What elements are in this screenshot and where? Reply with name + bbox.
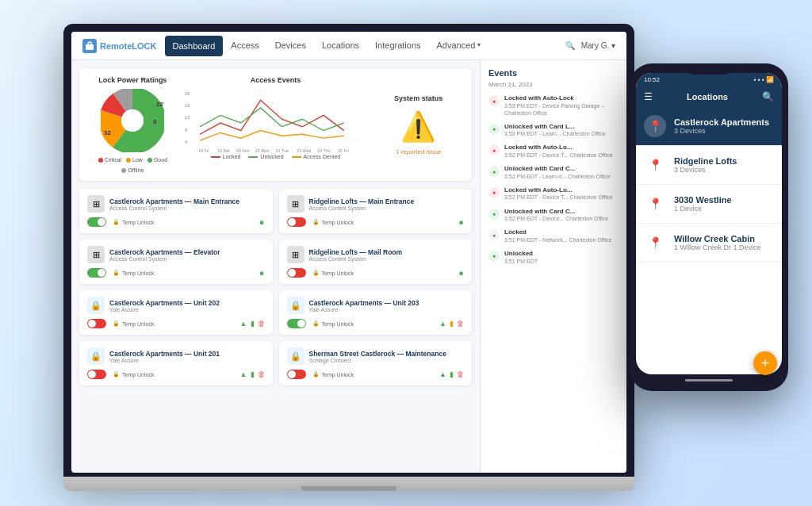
trash-icon: 🗑: [457, 320, 464, 328]
event-item: ● Unlocked 3:51 PM EDT: [488, 250, 619, 265]
nav-tab-integrations[interactable]: Integrations: [367, 32, 428, 60]
phone-location-item[interactable]: 📍 Willow Creek Cabin 1 Willow Creek Dr 1…: [636, 224, 782, 263]
card-header: 🔒 Castlerock Apartments — Unit 203 Yale …: [287, 297, 465, 314]
temp-unlock-btn[interactable]: 🔒 Temp Unlock: [113, 219, 154, 225]
temp-unlock-btn[interactable]: 🔒 Temp Unlock: [113, 320, 154, 327]
event-detail: 3:52 PM EDT - Device... Charleston Offic…: [504, 215, 608, 222]
legend-dot-low: [126, 158, 131, 163]
legend-denied: Access Denied: [292, 154, 341, 159]
phone-fab-button[interactable]: +: [753, 351, 777, 375]
card-device-name: Ridgeline Lofts — Main Entrance: [309, 197, 415, 205]
device-toggle[interactable]: [87, 370, 106, 379]
phone-nav-bar: ☰ Locations 🔍: [636, 86, 782, 107]
temp-unlock-btn[interactable]: 🔒 Temp Unlock: [113, 371, 154, 378]
phone-bezel: 10:52 ▪ ▪ ▪ 📶 ☰ Locations 🔍 📍 Castlerock…: [630, 63, 788, 391]
temp-unlock-btn[interactable]: 🔒 Temp Unlock: [312, 219, 354, 225]
card-actions: 🔒 Temp Unlock ●: [287, 217, 465, 227]
location-name: Willow Creek Cabin: [674, 234, 761, 243]
nav-tab-dashboard[interactable]: Dashboard: [165, 36, 224, 56]
temp-unlock-btn[interactable]: 🔒 Temp Unlock: [312, 371, 354, 378]
trash-icon: 🗑: [258, 320, 265, 328]
event-item: ● Unlocked with Card C... 3:52 PM EDT - …: [488, 208, 619, 223]
phone-location-item[interactable]: 📍 Castlerock Apartments 3 Devices: [636, 107, 782, 146]
laptop-screen: RemoteLOCK Dashboard Access Devices Loca…: [71, 32, 626, 473]
location-info: 3030 Westline 1 Device: [674, 195, 732, 213]
device-card: ⊞ Ridgeline Lofts — Mail Room Access Con…: [279, 240, 473, 284]
phone-locations-title: Locations: [687, 92, 728, 102]
card-device-name: Castlerock Apartments — Unit 202: [109, 299, 220, 307]
phone-menu-icon[interactable]: ☰: [644, 91, 653, 102]
event-text: Locked with Auto-Lo... 3:52 PM EDT - Dev…: [504, 186, 613, 201]
device-toggle[interactable]: [287, 319, 306, 328]
nav-tab-locations[interactable]: Locations: [314, 32, 367, 60]
event-text: Locked with Auto-Lo... 3:52 PM EDT - Dev…: [504, 144, 613, 159]
event-type-icon: ●: [488, 251, 500, 262]
event-title: Locked with Auto-Lo...: [504, 144, 613, 151]
search-area[interactable]: 🔍: [565, 41, 575, 50]
temp-unlock-btn[interactable]: 🔒 Temp Unlock: [312, 270, 354, 276]
lock-icon: 🔒: [113, 219, 120, 225]
trash-icon: 🗑: [457, 370, 464, 378]
svg-text:16: 16: [185, 103, 190, 108]
card-status-icons: ●: [458, 268, 464, 278]
logo-text: RemoteLOCK: [100, 41, 157, 51]
phone-location-item[interactable]: 📍 3030 Westline 1 Device: [636, 185, 782, 224]
phone-status-bar: 10:52 ▪ ▪ ▪ 📶: [636, 73, 782, 86]
status-connected-icon: ●: [259, 268, 265, 278]
system-status-section: System status ⚠️ 1 reported issue: [373, 76, 464, 173]
device-card: 🔒 Castlerock Apartments — Unit 203 Yale …: [279, 290, 473, 335]
event-detail: 3:53 PM EDT - Device Parking Garage – Ch…: [504, 102, 619, 117]
phone-home-indicator: [685, 379, 733, 381]
laptop-bezel: RemoteLOCK Dashboard Access Devices Loca…: [63, 24, 634, 477]
unlock-label: Temp Unlock: [322, 321, 354, 327]
logo-icon: [82, 39, 97, 53]
svg-text:32: 32: [104, 129, 111, 136]
card-device-type: Access Control System: [309, 256, 403, 262]
svg-text:8: 8: [185, 128, 187, 132]
device-card: 🔒 Castlerock Apartments — Unit 201 Yale …: [79, 341, 273, 385]
svg-point-5: [121, 109, 144, 132]
device-toggle[interactable]: [287, 370, 306, 379]
events-list: ● Locked with Auto-Lock 3:53 PM EDT - De…: [488, 94, 619, 265]
pie-title: Lock Power Ratings: [98, 76, 167, 84]
svg-text:20 Sun: 20 Sun: [236, 148, 250, 153]
status-text: 1 reported issue: [396, 148, 441, 155]
device-type-icon: ⊞: [287, 246, 304, 263]
card-header: 🔒 Castlerock Apartments — Unit 201 Yale …: [87, 347, 265, 365]
phone-location-item[interactable]: 📍 Ridgeline Lofts 3 Devices: [636, 146, 782, 185]
main-area: Lock Power Ratings: [71, 60, 480, 473]
temp-unlock-btn[interactable]: 🔒 Temp Unlock: [113, 270, 154, 276]
user-menu[interactable]: Mary G. ▾: [581, 41, 615, 50]
nav-tab-advanced[interactable]: Advanced ▾: [429, 32, 489, 60]
lock-icon: 🔒: [312, 320, 320, 327]
phone-locations-list: 📍 Castlerock Apartments 3 Devices 📍 Ridg…: [636, 107, 782, 263]
device-toggle[interactable]: [287, 217, 306, 227]
phone-search-icon[interactable]: 🔍: [762, 91, 774, 102]
event-title: Locked with Auto-Lo...: [504, 186, 613, 194]
event-item: ● Locked with Auto-Lo... 3:52 PM EDT - D…: [488, 186, 619, 201]
line-chart: 22 16 12 8 4: [185, 87, 367, 151]
location-name: Ridgeline Lofts: [674, 156, 737, 166]
card-device-type: Yale Assure: [309, 307, 419, 312]
device-toggle[interactable]: [87, 268, 106, 278]
device-lock-icon: 🔒: [87, 347, 105, 365]
location-devices: 1 Willow Creek Dr 1 Device: [674, 243, 761, 251]
event-type-icon: ●: [488, 95, 500, 106]
card-status-icons: ●: [259, 217, 265, 227]
nav-tab-devices[interactable]: Devices: [267, 32, 314, 60]
device-toggle[interactable]: [87, 217, 106, 227]
legend-dot-offline: [121, 168, 126, 173]
events-panel: Events March 21, 2022 ● Locked with Auto…: [480, 60, 626, 473]
location-name: Castlerock Apartments: [674, 117, 769, 127]
event-title: Unlocked with Card C...: [504, 208, 608, 216]
device-lock-icon: 🔒: [287, 347, 304, 365]
event-type-icon: ●: [488, 187, 500, 198]
device-lock-icon: 🔒: [87, 297, 105, 314]
card-header: 🔒 Castlerock Apartments — Unit 202 Yale …: [87, 297, 265, 314]
temp-unlock-btn[interactable]: 🔒 Temp Unlock: [312, 320, 354, 327]
card-actions: 🔒 Temp Unlock ▲ ▮ 🗑: [87, 370, 265, 379]
device-toggle[interactable]: [87, 319, 106, 328]
device-toggle[interactable]: [287, 268, 306, 278]
nav-tab-access[interactable]: Access: [223, 32, 266, 60]
nav-right: 🔍 Mary G. ▾: [565, 41, 615, 50]
